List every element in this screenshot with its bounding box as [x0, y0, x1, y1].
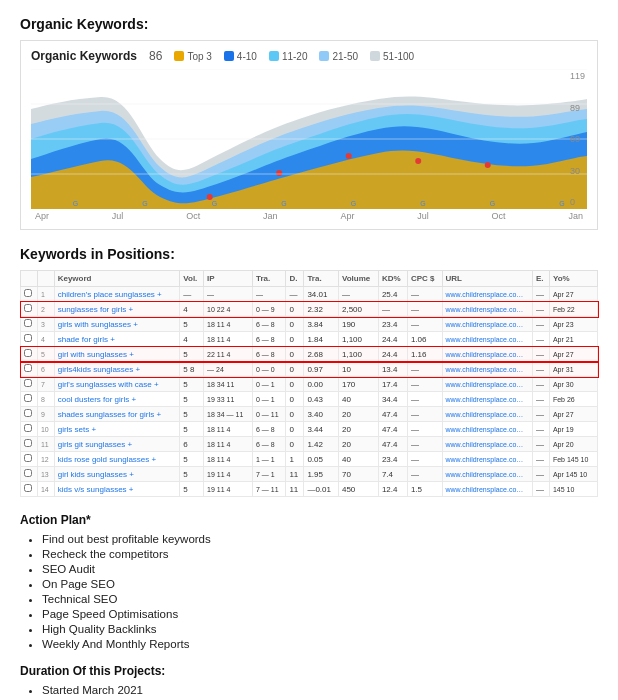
- legend-4-10-label: 4-10: [237, 51, 257, 62]
- cell-volume: 20: [338, 437, 378, 452]
- cell-tra: 0 — 1: [252, 392, 285, 407]
- y-119: 119: [570, 71, 585, 81]
- cell-check: [21, 392, 38, 407]
- cell-yo: Apr 27: [549, 347, 597, 362]
- cell-vol: 4: [180, 332, 204, 347]
- cell-cpc: 1.06: [407, 332, 442, 347]
- cell-url: www.childrensplace.com/us/c/girl-sun...: [442, 467, 532, 482]
- x-jan2: Jan: [568, 211, 583, 221]
- y-60: 60: [570, 134, 585, 144]
- cell-e: —: [532, 422, 549, 437]
- chart-count: 86: [149, 49, 162, 63]
- cell-cpc: —: [407, 317, 442, 332]
- cell-ip: — 24: [204, 362, 253, 377]
- cell-kd: 24.4: [378, 347, 407, 362]
- svg-point-10: [346, 153, 352, 159]
- table-row: 11girls git sunglasses +618 11 46 — 801.…: [21, 437, 598, 452]
- cell-kd: 17.4: [378, 377, 407, 392]
- action-plan-item: Weekly And Monthly Reports: [42, 638, 598, 650]
- cell-tra2: 0.43: [304, 392, 339, 407]
- cell-url: www.childrensplace.com/us/c/girl-sun...: [442, 362, 532, 377]
- cell-url: www.childrensplace.com/us/c/girl-sun...: [442, 437, 532, 452]
- cell-url: www.childrensplace.com/us/c/girl-sun...: [442, 332, 532, 347]
- svg-point-11: [415, 158, 421, 164]
- legend-4-10: 4-10: [224, 51, 257, 62]
- cell-check: [21, 437, 38, 452]
- cell-d: 1: [286, 452, 304, 467]
- cell-url: www.childrensplace.com/us/c/girl-sun...: [442, 422, 532, 437]
- cell-cpc: —: [407, 302, 442, 317]
- cell-num: 10: [37, 422, 54, 437]
- chart-header: Organic Keywords 86 Top 3 4-10 11-20 21-…: [31, 49, 587, 63]
- legend-top3-box: [174, 51, 184, 61]
- cell-d: 0: [286, 422, 304, 437]
- y-axis: 119 89 60 30 0: [570, 69, 585, 209]
- duration-title: Duration Of this Projects:: [20, 664, 598, 678]
- y-30: 30: [570, 166, 585, 176]
- cell-d: 0: [286, 407, 304, 422]
- cell-volume: 170: [338, 377, 378, 392]
- legend-top3-label: Top 3: [187, 51, 211, 62]
- col-url: URL: [442, 271, 532, 287]
- x-oct1: Oct: [186, 211, 200, 221]
- cell-e: —: [532, 302, 549, 317]
- cell-kd: 47.4: [378, 422, 407, 437]
- action-plan-section: Action Plan* Find out best profitable ke…: [20, 513, 598, 650]
- cell-check: [21, 332, 38, 347]
- cell-tra: 6 — 8: [252, 437, 285, 452]
- cell-e: —: [532, 317, 549, 332]
- table-row: 4shade for girls +418 11 46 — 801.841,10…: [21, 332, 598, 347]
- cell-num: 14: [37, 482, 54, 497]
- cell-check: [21, 407, 38, 422]
- cell-tra: —: [252, 287, 285, 302]
- action-plan-item: Find out best profitable keywords: [42, 533, 598, 545]
- cell-keyword: girls with sunglasses +: [54, 317, 180, 332]
- cell-e: —: [532, 287, 549, 302]
- cell-num: 3: [37, 317, 54, 332]
- cell-check: [21, 362, 38, 377]
- cell-ip: 22 11 4: [204, 347, 253, 362]
- cell-vol: 5: [180, 377, 204, 392]
- legend-21-50-label: 21-50: [332, 51, 358, 62]
- cell-yo: Apr 21: [549, 332, 597, 347]
- action-plan-list: Find out best profitable keywordsRecheck…: [20, 533, 598, 650]
- cell-cpc: —: [407, 452, 442, 467]
- cell-vol: 5: [180, 317, 204, 332]
- legend-11-20-box: [269, 51, 279, 61]
- table-row: 9shades sunglasses for girls +518 34 — 1…: [21, 407, 598, 422]
- cell-yo: Apr 30: [549, 377, 597, 392]
- legend-51-100: 51-100: [370, 51, 414, 62]
- cell-vol: 5: [180, 482, 204, 497]
- chart-svg-area: G G G G G G G G: [31, 69, 587, 209]
- cell-keyword: girls4kids sunglasses +: [54, 362, 180, 377]
- table-row: 14kids v/s sunglasses +519 11 47 — 1111—…: [21, 482, 598, 497]
- svg-text:G: G: [559, 200, 564, 207]
- cell-check: [21, 287, 38, 302]
- col-check: [21, 271, 38, 287]
- cell-vol: 5: [180, 347, 204, 362]
- cell-e: —: [532, 467, 549, 482]
- cell-volume: 20: [338, 422, 378, 437]
- chart-title: Organic Keywords: [31, 49, 137, 63]
- table-row: 8cool dusters for girls +519 33 110 — 10…: [21, 392, 598, 407]
- cell-d: 0: [286, 437, 304, 452]
- cell-volume: 40: [338, 452, 378, 467]
- table-header-row: Keyword Vol. IP Tra. D. Tra. Volume KD% …: [21, 271, 598, 287]
- cell-kd: 12.4: [378, 482, 407, 497]
- cell-vol: 5: [180, 467, 204, 482]
- cell-d: 0: [286, 302, 304, 317]
- cell-num: 8: [37, 392, 54, 407]
- legend-21-50-box: [319, 51, 329, 61]
- cell-keyword: children's place sunglasses +: [54, 287, 180, 302]
- cell-keyword: shade for girls +: [54, 332, 180, 347]
- svg-text:G: G: [281, 200, 286, 207]
- svg-text:G: G: [212, 200, 217, 207]
- cell-tra2: 2.32: [304, 302, 339, 317]
- cell-keyword: cool dusters for girls +: [54, 392, 180, 407]
- cell-check: [21, 422, 38, 437]
- cell-e: —: [532, 482, 549, 497]
- cell-ip: 18 34 11: [204, 377, 253, 392]
- cell-check: [21, 467, 38, 482]
- cell-keyword: sunglasses for girls +: [54, 302, 180, 317]
- cell-url: www.childrensplace.com/us/c/girl-sun...: [442, 392, 532, 407]
